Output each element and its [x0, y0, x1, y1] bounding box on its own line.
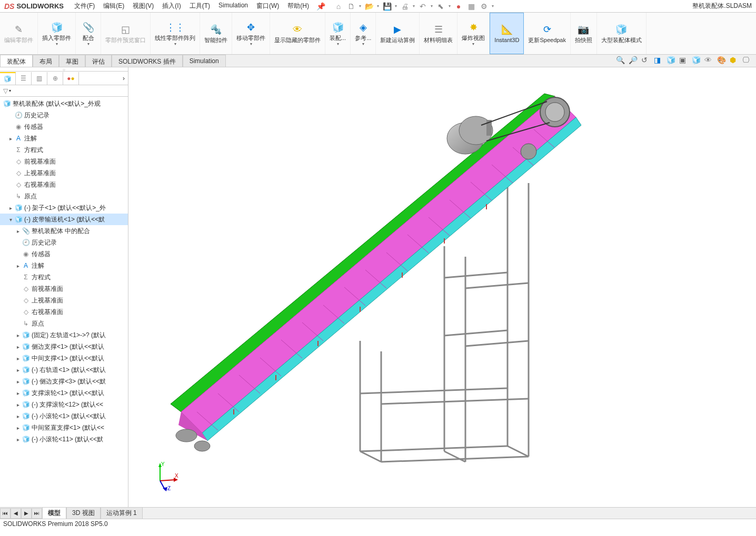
- ribbon-move-component[interactable]: ✥移动零部件▾: [232, 13, 270, 54]
- tree-item[interactable]: ◇前视基准面: [0, 283, 128, 295]
- expand-icon[interactable]: ▸: [15, 402, 21, 408]
- tree-root[interactable]: 🧊 整机装配体 (默认<<默认>_外观: [0, 98, 128, 109]
- tab-sketch[interactable]: 草图: [59, 55, 85, 67]
- nav-prev-icon[interactable]: ◀: [11, 508, 21, 519]
- tree-item[interactable]: ◉传感器: [0, 121, 128, 133]
- expand-icon[interactable]: ▾: [7, 217, 14, 223]
- tree-item[interactable]: ◉传感器: [0, 248, 128, 260]
- expand-icon[interactable]: ▸: [15, 413, 21, 419]
- tree-item[interactable]: ◇右视基准面: [0, 179, 128, 190]
- expand-icon[interactable]: ▸: [15, 367, 21, 373]
- nav-last-icon[interactable]: ⏭: [32, 508, 42, 519]
- tree-item[interactable]: ◇上视基准面: [0, 167, 128, 179]
- tab-sw-addins[interactable]: SOLIDWORKS 插件: [112, 55, 183, 67]
- tree-item[interactable]: ↳原点: [0, 318, 128, 329]
- ribbon-mate[interactable]: 📎配合▾: [76, 13, 101, 54]
- graphics-viewport[interactable]: Y X Z: [128, 67, 756, 507]
- display-style-icon[interactable]: ▣: [679, 56, 688, 64]
- tree-item[interactable]: ▸A注解: [0, 133, 128, 144]
- tree-item[interactable]: ▾🧊(-) 皮带输送机<1> (默认<<默: [0, 214, 128, 225]
- section-view-icon[interactable]: ◨: [654, 56, 662, 64]
- ribbon-snapshot[interactable]: 📷拍快照: [571, 13, 597, 54]
- tree-item[interactable]: ▸🧊(-) 小滚轮<11> (默认<<默: [0, 433, 128, 445]
- tree-tab-config[interactable]: ▥: [32, 72, 47, 85]
- tab-assembly[interactable]: 装配体: [0, 55, 33, 67]
- menu-file[interactable]: 文件(F): [71, 1, 98, 12]
- tree-item[interactable]: ▸🧊中间支撑<1> (默认<<默认: [0, 352, 128, 364]
- tree-item[interactable]: ↳原点: [0, 190, 128, 202]
- tree-item[interactable]: ◇上视基准面: [0, 295, 128, 306]
- tree-item[interactable]: ◇右视基准面: [0, 306, 128, 318]
- menu-tools[interactable]: 工具(T): [186, 1, 213, 12]
- ribbon-insert-component[interactable]: 🧊插入零部件▾: [38, 13, 76, 54]
- ribbon-show-hidden[interactable]: 👁显示隐藏的零部件: [270, 13, 325, 54]
- tree-item[interactable]: 🕘历史记录: [0, 237, 128, 248]
- menu-help[interactable]: 帮助(H): [284, 1, 312, 12]
- tree-item[interactable]: ▸📎整机装配体 中的配合: [0, 225, 128, 237]
- ribbon-smart-fastener[interactable]: 🔩智能扣件: [200, 13, 232, 54]
- edit-appearance-icon[interactable]: 👁: [704, 56, 713, 64]
- tab-simulation[interactable]: Simulation: [183, 55, 226, 67]
- apply-scene-icon[interactable]: 🎨: [717, 56, 725, 64]
- tree-item[interactable]: ▸🧊(-) 架子<1> (默认<<默认>_外: [0, 202, 128, 214]
- select-icon[interactable]: ⬉: [436, 2, 445, 11]
- tree-item[interactable]: Σ方程式: [0, 144, 128, 156]
- expand-icon[interactable]: ▸: [15, 379, 21, 385]
- expand-icon[interactable]: ▸: [15, 332, 21, 338]
- menu-view[interactable]: 视图(V): [130, 1, 157, 12]
- tree-item[interactable]: ▸🧊(-) 支撑滚轮<12> (默认<<: [0, 399, 128, 410]
- tree-item[interactable]: 🕘历史记录: [0, 109, 128, 121]
- menu-window[interactable]: 窗口(W): [253, 1, 282, 12]
- tree-tab-property[interactable]: ☰: [16, 72, 32, 85]
- zoom-area-icon[interactable]: 🔎: [629, 56, 637, 64]
- save-icon[interactable]: 💾: [382, 2, 392, 11]
- tree-item[interactable]: Σ方程式: [0, 271, 128, 283]
- tab-evaluate[interactable]: 评估: [85, 55, 112, 67]
- expand-icon[interactable]: ▸: [15, 263, 21, 269]
- ribbon-linear-pattern[interactable]: ⋮⋮线性零部件阵列▾: [151, 13, 200, 54]
- tree-item[interactable]: ▸🧊(固定) 左轨道<1>->? (默认: [0, 329, 128, 341]
- new-icon[interactable]: 🗋: [346, 2, 356, 11]
- menu-edit[interactable]: 编辑(E): [100, 1, 127, 12]
- expand-icon[interactable]: ▸: [15, 425, 21, 431]
- tree-item[interactable]: ▸🧊支撑滚轮<1> (默认<<默认: [0, 387, 128, 399]
- nav-next-icon[interactable]: ▶: [21, 508, 32, 519]
- tree-expand-icon[interactable]: ›: [120, 75, 128, 82]
- ribbon-bom[interactable]: ☰材料明细表: [420, 13, 457, 54]
- tree-item[interactable]: ▸🧊侧边支撑<1> (默认<<默认: [0, 341, 128, 352]
- print-icon[interactable]: 🖨: [400, 2, 410, 11]
- menu-simulation[interactable]: Simulation: [215, 1, 251, 12]
- bottom-tab-model[interactable]: 模型: [42, 507, 66, 519]
- ribbon-edit-component[interactable]: ✎编辑零部件: [0, 13, 38, 54]
- tree-item[interactable]: ▸🧊(-) 侧边支撑<3> (默认<<默: [0, 376, 128, 387]
- tree-item[interactable]: ▸A注解: [0, 260, 128, 271]
- ribbon-assembly-features[interactable]: 🧊装配...▾: [325, 13, 351, 54]
- tree-tab-feature[interactable]: 🧊: [0, 72, 16, 85]
- ribbon-new-motion-study[interactable]: ▶新建运动算例: [376, 13, 420, 54]
- screen-icon[interactable]: 🖵: [742, 56, 751, 64]
- bottom-tab-motion[interactable]: 运动算例 1: [101, 507, 143, 519]
- hide-show-icon[interactable]: 🧊: [692, 56, 700, 64]
- tree-tab-display[interactable]: ●●: [63, 72, 79, 85]
- menu-insert[interactable]: 插入(I): [159, 1, 184, 12]
- ribbon-exploded-view[interactable]: ✸爆炸视图▾: [457, 13, 490, 54]
- options-icon[interactable]: ▦: [466, 2, 476, 11]
- expand-icon[interactable]: ▸: [15, 437, 21, 442]
- tree-item[interactable]: ▸🧊中间竖直支撑<1> (默认<<: [0, 422, 128, 433]
- settings-icon[interactable]: ⚙: [479, 2, 489, 11]
- ribbon-update-speedpak[interactable]: ⟳更新Speedpak: [524, 13, 571, 54]
- home-icon[interactable]: ⌂: [334, 2, 343, 11]
- tab-layout[interactable]: 布局: [33, 55, 59, 67]
- ribbon-instant3d[interactable]: 📐Instant3D: [490, 13, 524, 54]
- ribbon-reference[interactable]: ◈参考...▾: [351, 13, 376, 54]
- zoom-fit-icon[interactable]: 🔍: [616, 56, 624, 64]
- view-orientation-icon[interactable]: 🧊: [667, 56, 675, 64]
- tree-item[interactable]: ▸🧊(-) 右轨道<1> (默认<<默认: [0, 364, 128, 376]
- bottom-tab-3dview[interactable]: 3D 视图: [66, 507, 101, 519]
- rebuild-icon[interactable]: ●: [454, 2, 463, 11]
- ribbon-large-assembly[interactable]: 🧊大型装配体模式: [597, 13, 646, 54]
- ribbon-preview-window[interactable]: ◱零部件预览窗口: [101, 13, 151, 54]
- nav-first-icon[interactable]: ⏮: [0, 508, 11, 519]
- expand-icon[interactable]: ▸: [15, 228, 21, 234]
- expand-icon[interactable]: ▸: [7, 136, 14, 141]
